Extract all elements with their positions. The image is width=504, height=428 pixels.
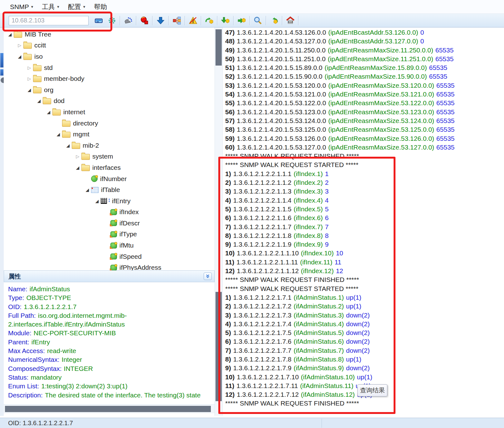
get-bulk-button[interactable] bbox=[154, 15, 167, 27]
tree-node[interactable]: system bbox=[4, 151, 215, 162]
tree-node[interactable]: ifTable bbox=[4, 184, 215, 195]
tree-node[interactable]: ifEntry bbox=[4, 195, 215, 207]
tree-node[interactable]: std bbox=[4, 62, 215, 73]
menu-item[interactable]: SNMP ▾ bbox=[6, 2, 37, 12]
toolbar-separator bbox=[120, 16, 120, 25]
node-icon bbox=[14, 32, 22, 38]
tree-node[interactable]: iso bbox=[4, 51, 215, 62]
property-value: mandatory bbox=[31, 374, 61, 381]
expander-icon[interactable] bbox=[26, 76, 33, 81]
expander-icon[interactable] bbox=[74, 165, 81, 170]
property-row: Name:ifAdminStatus bbox=[8, 285, 215, 293]
horizontal-scrollbar[interactable] bbox=[4, 404, 215, 413]
line-value: 65535 bbox=[436, 91, 454, 98]
tree-node[interactable]: ifType bbox=[4, 229, 215, 240]
docked-tab-marker[interactable] bbox=[0, 53, 3, 67]
line-value: down(2) bbox=[346, 329, 370, 336]
undo-button[interactable] bbox=[268, 15, 281, 27]
snmp-output-panel[interactable]: 47)1.3.6.1.2.1.4.20.1.4.53.126.0.0(ipAdE… bbox=[223, 27, 504, 416]
menu-item[interactable]: 帮助 bbox=[90, 1, 111, 12]
vertical-scrollbar[interactable] bbox=[215, 27, 223, 416]
line-number: 54) bbox=[225, 91, 235, 98]
expander-icon[interactable] bbox=[64, 143, 72, 148]
expander-icon[interactable] bbox=[26, 87, 33, 92]
line-object-name: (ipAdEntReasmMaxSize.53.121.0.0) bbox=[328, 91, 434, 98]
expander-icon[interactable] bbox=[6, 32, 14, 37]
get-next-button[interactable] bbox=[219, 15, 232, 27]
horizontal-scrollbar-thumb[interactable] bbox=[5, 406, 211, 412]
table-view-button[interactable] bbox=[122, 15, 135, 27]
line-oid: 1.3.6.1.2.1.4.20.1.5.53.125.0.0 bbox=[237, 126, 326, 133]
tree-node[interactable]: ifSpeed bbox=[4, 251, 215, 262]
expander-icon[interactable] bbox=[26, 65, 33, 70]
menu-item[interactable]: 配置 ▾ bbox=[64, 1, 90, 12]
line-number: 1) bbox=[225, 170, 231, 177]
output-line: 58)1.3.6.1.2.1.4.20.1.5.53.125.0.0(ipAdE… bbox=[225, 125, 504, 134]
property-label: Name: bbox=[8, 285, 27, 293]
line-object-name: (ipAdEntReasmMaxSize.53.126.0.0) bbox=[328, 135, 434, 142]
tree-node[interactable]: ifMtu bbox=[4, 240, 215, 251]
menu-bar: SNMP ▾ 工具 ▾ 配置 ▾ 帮助 bbox=[0, 0, 504, 14]
line-number: 12) bbox=[225, 391, 235, 398]
menu-item[interactable]: 工具 ▾ bbox=[37, 1, 64, 12]
tree-node[interactable]: mgmt bbox=[4, 129, 215, 140]
tree-node[interactable]: mib-2 bbox=[4, 140, 215, 151]
stop-button[interactable] bbox=[138, 15, 151, 27]
tree-node[interactable]: internet bbox=[4, 106, 215, 118]
output-line: ***** SNMP WALK REQUEST FINISHED ***** bbox=[225, 275, 504, 284]
line-object-name: (ifAdminStatus.5) bbox=[294, 329, 344, 336]
output-line: 7)1.3.6.1.2.1.2.2.1.7.7(ifAdminStatus.7)… bbox=[225, 346, 504, 355]
expander-icon[interactable] bbox=[55, 132, 62, 137]
expander-icon[interactable] bbox=[74, 154, 81, 159]
node-icon bbox=[81, 154, 90, 160]
tree-node-label: internet bbox=[63, 108, 85, 116]
expander-icon[interactable] bbox=[84, 187, 91, 192]
ip-address-input[interactable] bbox=[9, 16, 89, 25]
tree-node[interactable]: ccitt bbox=[4, 40, 215, 51]
tree-node[interactable]: interfaces bbox=[4, 162, 215, 173]
line-oid: 1.3.6.1.2.1.2.2.1.7.4 bbox=[233, 320, 292, 327]
svg-text:MIB: MIB bbox=[289, 21, 292, 23]
line-object-name: (ipAdEntReasmMaxSize.11.250.0.0) bbox=[328, 47, 433, 54]
tree-node[interactable]: ifDescr bbox=[4, 218, 215, 229]
menu-item-label: 配置 bbox=[68, 2, 81, 11]
collapse-panel-button[interactable] bbox=[204, 273, 212, 280]
docked-tab-marker[interactable] bbox=[0, 69, 3, 76]
line-value: 0 bbox=[420, 37, 424, 45]
expander-icon[interactable] bbox=[45, 110, 52, 115]
tree-node[interactable]: dod bbox=[4, 96, 215, 107]
node-icon bbox=[110, 231, 117, 237]
tree-node[interactable]: ifIndex bbox=[4, 207, 215, 218]
chevron-down-icon: ▾ bbox=[57, 4, 59, 9]
modem-button[interactable] bbox=[92, 15, 105, 27]
line-number: 48) bbox=[225, 37, 235, 45]
line-oid: 1.3.6.1.2.1.4.20.1.5.53.121.0.0 bbox=[237, 91, 326, 98]
home-mib-button[interactable]: MIB bbox=[284, 15, 297, 27]
get-button[interactable] bbox=[203, 15, 216, 27]
tree-node[interactable]: ifPhysAddress bbox=[4, 262, 215, 270]
line-oid: 1.3.6.1.2.1.2.2.1.7.5 bbox=[233, 329, 292, 336]
expander-icon[interactable] bbox=[16, 54, 23, 59]
walk-marker: ***** SNMP WALK REQUEST STARTED ***** bbox=[225, 161, 358, 168]
clear-warnings-button[interactable] bbox=[187, 15, 200, 27]
expander-icon[interactable] bbox=[93, 199, 101, 204]
tree-node[interactable]: org bbox=[4, 84, 215, 96]
line-object-name: (ifAdminStatus.3) bbox=[294, 312, 344, 319]
expander-icon[interactable] bbox=[16, 43, 23, 48]
tree-node[interactable]: MIB Tree bbox=[4, 29, 215, 40]
output-line: 1)1.3.6.1.2.1.2.2.1.1.1(ifIndex.1)1 bbox=[225, 170, 504, 178]
expander-icon[interactable] bbox=[35, 98, 43, 103]
line-oid: 1.3.6.1.2.1.2.2.1.7.12 bbox=[237, 391, 299, 398]
mib-modules-button[interactable] bbox=[170, 15, 183, 27]
tree-node[interactable]: directory bbox=[4, 118, 215, 129]
tree-node[interactable]: member-body bbox=[4, 73, 215, 84]
tree-node[interactable]: ifNumber bbox=[4, 173, 215, 184]
tree-scrollbar-thumb[interactable] bbox=[216, 29, 222, 66]
chevron-down-icon: ▾ bbox=[31, 4, 33, 9]
settings-button[interactable] bbox=[105, 15, 119, 27]
walk-button[interactable] bbox=[235, 15, 248, 27]
properties-scrollbar-thumb[interactable] bbox=[216, 292, 222, 401]
hand-dots-icon bbox=[124, 16, 133, 25]
find-button[interactable] bbox=[251, 15, 264, 27]
collapse-handle[interactable] bbox=[1, 77, 4, 83]
